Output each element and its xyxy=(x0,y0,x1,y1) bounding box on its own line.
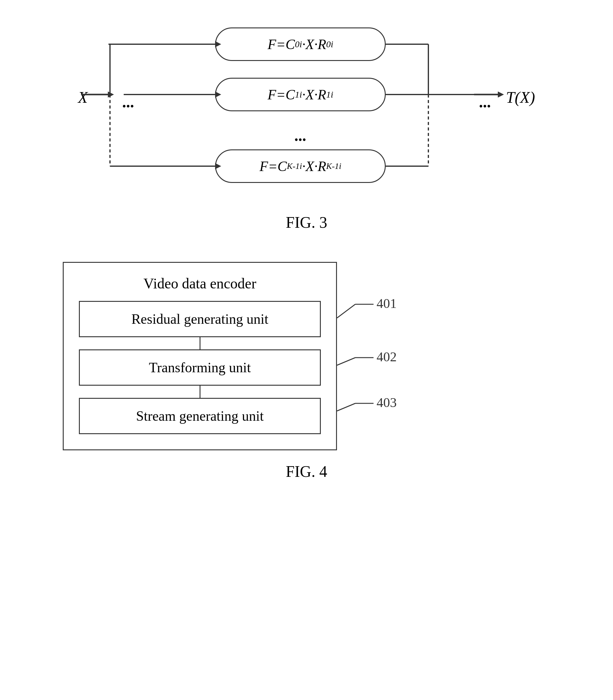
fig3-caption: FIG. 3 xyxy=(63,213,550,231)
svg-marker-16 xyxy=(498,91,504,98)
svg-marker-3 xyxy=(215,91,221,98)
svg-line-21 xyxy=(337,358,355,365)
unit-transforming: Transforming unit xyxy=(79,349,321,386)
svg-text:402: 402 xyxy=(377,349,397,364)
fig3-container: X T(X) F=C0i·X·R0i F=C1i·X·R1i ... ... .… xyxy=(63,18,550,231)
fig3-arrows-svg xyxy=(63,18,550,207)
fig3-diagram: X T(X) F=C0i·X·R0i F=C1i·X·R1i ... ... .… xyxy=(63,18,550,207)
fig4-annotations-svg: 401 402 403 xyxy=(337,262,413,450)
svg-marker-5 xyxy=(108,91,114,98)
svg-text:403: 403 xyxy=(377,395,397,410)
fig4-diagram: Video data encoder Residual generating u… xyxy=(63,262,550,450)
unit-residual: Residual generating unit xyxy=(79,301,321,337)
unit-stream: Stream generating unit xyxy=(79,398,321,434)
svg-line-18 xyxy=(337,304,355,318)
fig4-wrapper: Video data encoder Residual generating u… xyxy=(63,262,550,481)
connector-1-2 xyxy=(199,337,200,349)
fig4-caption: FIG. 4 xyxy=(63,462,550,481)
svg-text:401: 401 xyxy=(377,296,397,311)
fig4-container: Video data encoder Residual generating u… xyxy=(63,262,550,481)
connector-2-3 xyxy=(199,386,200,398)
encoder-box: Video data encoder Residual generating u… xyxy=(63,262,337,450)
svg-marker-9 xyxy=(215,163,221,169)
encoder-title: Video data encoder xyxy=(79,275,321,292)
svg-line-24 xyxy=(337,403,355,411)
svg-marker-1 xyxy=(215,41,221,47)
